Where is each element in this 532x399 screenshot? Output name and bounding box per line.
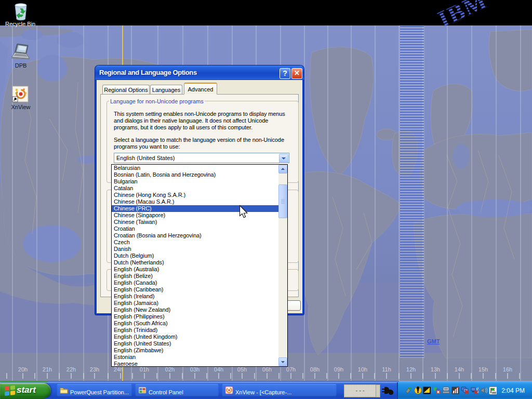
svg-text:07h: 07h: [286, 366, 296, 373]
svg-text:08h: 08h: [310, 366, 320, 373]
svg-text:14h: 14h: [455, 366, 464, 373]
svg-text:13h: 13h: [431, 366, 440, 373]
svg-text:23h: 23h: [90, 366, 99, 373]
svg-text:11h: 11h: [382, 366, 391, 373]
svg-text:10h: 10h: [358, 366, 367, 373]
svg-text:GMT: GMT: [427, 338, 440, 344]
svg-text:21h: 21h: [43, 366, 52, 373]
svg-text:09h: 09h: [334, 366, 343, 373]
svg-text:12h: 12h: [406, 366, 416, 373]
svg-text:IBM: IBM: [434, 0, 491, 29]
svg-text:22h: 22h: [66, 366, 76, 373]
svg-text:16h: 16h: [503, 366, 512, 373]
svg-text:20h: 20h: [18, 366, 28, 373]
svg-text:15h: 15h: [478, 366, 488, 373]
